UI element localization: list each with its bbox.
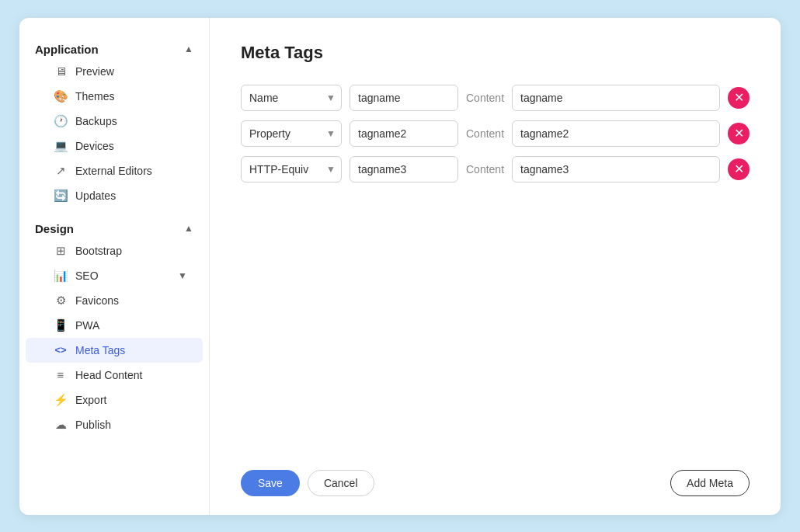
sidebar-item-label: Updates bbox=[75, 190, 116, 202]
remove-button-3[interactable]: ✕ bbox=[728, 158, 750, 180]
sidebar-item-label: Meta Tags bbox=[75, 344, 125, 356]
content-input-2[interactable] bbox=[512, 120, 720, 147]
sidebar-item-updates[interactable]: 🔄 Updates bbox=[26, 183, 203, 208]
application-section-header[interactable]: Application ▲ bbox=[19, 37, 209, 59]
save-button[interactable]: Save bbox=[241, 470, 300, 496]
main-card: Application ▲ 🖥 Preview 🎨 Themes 🕐 Backu… bbox=[19, 18, 781, 515]
sidebar-item-themes[interactable]: 🎨 Themes bbox=[26, 84, 203, 109]
sidebar-item-backups[interactable]: 🕐 Backups bbox=[26, 109, 203, 134]
sidebar-item-pwa[interactable]: 📱 PWA bbox=[26, 313, 203, 338]
type-select-wrapper-3: Name Property HTTP-Equiv ▼ bbox=[241, 156, 342, 183]
design-chevron-icon: ▲ bbox=[184, 223, 193, 234]
design-section-header[interactable]: Design ▲ bbox=[19, 216, 209, 238]
add-meta-button[interactable]: Add Meta bbox=[670, 470, 750, 496]
name-input-1[interactable] bbox=[350, 85, 458, 111]
sidebar-item-seo[interactable]: 📊 SEO ▼ bbox=[26, 263, 203, 288]
meta-row-3: Name Property HTTP-Equiv ▼ Content ✕ bbox=[241, 156, 750, 183]
export-icon: ⚡ bbox=[54, 393, 68, 407]
type-select-wrapper-1: Name Property HTTP-Equiv ▼ bbox=[241, 85, 342, 111]
pwa-icon: 📱 bbox=[54, 318, 68, 332]
page-title: Meta Tags bbox=[241, 43, 750, 63]
favicons-icon: ⚙ bbox=[54, 294, 68, 308]
sidebar-item-label: Favicons bbox=[75, 294, 119, 307]
meta-row-2: Name Property HTTP-Equiv ▼ Content ✕ bbox=[241, 120, 750, 147]
sidebar-item-label: Head Content bbox=[75, 369, 142, 381]
sidebar-item-label: Themes bbox=[75, 90, 115, 103]
sidebar-item-label: Bootstrap bbox=[75, 245, 122, 257]
sidebar-item-head-content[interactable]: ≡ Head Content bbox=[26, 363, 203, 388]
meta-row-1: Name Property HTTP-Equiv ▼ Content ✕ bbox=[241, 85, 750, 111]
sidebar-item-devices[interactable]: 💻 Devices bbox=[26, 134, 203, 158]
sidebar-item-label: Devices bbox=[75, 140, 114, 152]
content-input-3[interactable] bbox=[512, 156, 720, 183]
sidebar-item-label: PWA bbox=[75, 319, 99, 332]
sidebar-item-favicons[interactable]: ⚙ Favicons bbox=[26, 288, 203, 313]
sidebar-item-label: Backups bbox=[75, 115, 117, 127]
footer-left: Save Cancel bbox=[241, 470, 374, 496]
sidebar-item-meta-tags[interactable]: <> Meta Tags bbox=[26, 338, 203, 363]
remove-button-1[interactable]: ✕ bbox=[728, 87, 750, 109]
content-label-1: Content bbox=[466, 92, 504, 104]
seo-chevron-icon: ▼ bbox=[178, 270, 187, 281]
publish-icon: ☁ bbox=[54, 418, 68, 432]
type-select-wrapper-2: Name Property HTTP-Equiv ▼ bbox=[241, 120, 342, 147]
sidebar-item-external-editors[interactable]: ↗ External Editors bbox=[26, 158, 203, 183]
remove-button-2[interactable]: ✕ bbox=[728, 123, 750, 144]
type-select-2[interactable]: Name Property HTTP-Equiv bbox=[241, 120, 342, 147]
sidebar-item-preview[interactable]: 🖥 Preview bbox=[26, 59, 203, 84]
bootstrap-icon: ⊞ bbox=[54, 244, 68, 258]
main-content: Meta Tags Name Property HTTP-Equiv ▼ Con… bbox=[210, 18, 781, 515]
themes-icon: 🎨 bbox=[54, 89, 68, 103]
application-section-title: Application bbox=[35, 43, 99, 56]
content-label-3: Content bbox=[466, 163, 504, 176]
name-input-2[interactable] bbox=[350, 120, 458, 147]
meta-tags-icon: <> bbox=[54, 343, 68, 357]
type-select-1[interactable]: Name Property HTTP-Equiv bbox=[241, 85, 342, 111]
sidebar-item-label: Export bbox=[75, 394, 106, 406]
sidebar: Application ▲ 🖥 Preview 🎨 Themes 🕐 Backu… bbox=[19, 18, 210, 515]
application-chevron-icon: ▲ bbox=[184, 43, 193, 54]
seo-icon: 📊 bbox=[54, 269, 68, 283]
sidebar-item-publish[interactable]: ☁ Publish bbox=[26, 412, 203, 437]
design-section-title: Design bbox=[35, 222, 74, 235]
content-input-1[interactable] bbox=[512, 85, 720, 111]
sidebar-item-label: External Editors bbox=[75, 165, 152, 177]
sidebar-item-label: Preview bbox=[75, 65, 114, 78]
sidebar-item-bootstrap[interactable]: ⊞ Bootstrap bbox=[26, 238, 203, 263]
head-content-icon: ≡ bbox=[54, 368, 68, 382]
content-label-2: Content bbox=[466, 127, 504, 140]
cancel-button[interactable]: Cancel bbox=[308, 470, 374, 496]
updates-icon: 🔄 bbox=[54, 189, 68, 203]
sidebar-item-export[interactable]: ⚡ Export bbox=[26, 388, 203, 412]
external-editors-icon: ↗ bbox=[54, 164, 68, 178]
type-select-3[interactable]: Name Property HTTP-Equiv bbox=[241, 156, 342, 183]
devices-icon: 💻 bbox=[54, 139, 68, 153]
footer: Save Cancel Add Meta bbox=[241, 470, 750, 496]
backups-icon: 🕐 bbox=[54, 114, 68, 128]
preview-icon: 🖥 bbox=[54, 64, 68, 78]
sidebar-item-label: SEO bbox=[75, 269, 99, 282]
sidebar-item-label: Publish bbox=[75, 419, 111, 431]
name-input-3[interactable] bbox=[350, 156, 458, 183]
